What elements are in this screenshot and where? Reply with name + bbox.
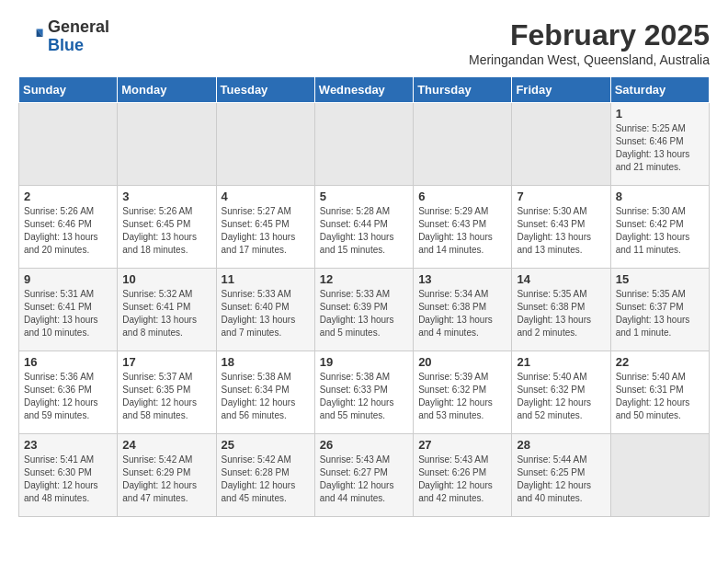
table-row (19, 103, 118, 186)
col-monday: Monday (118, 77, 216, 103)
day-number: 7 (517, 190, 605, 203)
day-number: 28 (517, 438, 605, 452)
logo: General Blue (18, 18, 109, 55)
table-row (216, 103, 314, 186)
day-info: Sunrise: 5:33 AM Sunset: 6:40 PM Dayligh… (222, 288, 310, 339)
day-number: 11 (222, 272, 310, 286)
table-row: 28Sunrise: 5:44 AM Sunset: 6:25 PM Dayli… (512, 434, 610, 517)
day-info: Sunrise: 5:29 AM Sunset: 6:43 PM Dayligh… (418, 205, 506, 257)
day-info: Sunrise: 5:28 AM Sunset: 6:44 PM Dayligh… (320, 205, 408, 257)
logo-icon (18, 24, 44, 50)
col-thursday: Thursday (414, 77, 512, 103)
day-info: Sunrise: 5:34 AM Sunset: 6:38 PM Dayligh… (418, 288, 506, 339)
calendar-header-row: Sunday Monday Tuesday Wednesday Thursday… (19, 77, 710, 103)
table-row: 10Sunrise: 5:32 AM Sunset: 6:41 PM Dayli… (118, 269, 216, 351)
table-row: 23Sunrise: 5:41 AM Sunset: 6:30 PM Dayli… (19, 434, 118, 517)
table-row: 2Sunrise: 5:26 AM Sunset: 6:46 PM Daylig… (19, 186, 118, 269)
table-row: 4Sunrise: 5:27 AM Sunset: 6:45 PM Daylig… (216, 186, 314, 269)
table-row: 6Sunrise: 5:29 AM Sunset: 6:43 PM Daylig… (414, 186, 512, 269)
day-info: Sunrise: 5:31 AM Sunset: 6:41 PM Dayligh… (24, 288, 112, 339)
calendar-table: Sunday Monday Tuesday Wednesday Thursday… (18, 76, 710, 517)
day-info: Sunrise: 5:41 AM Sunset: 6:30 PM Dayligh… (24, 454, 112, 505)
day-number: 13 (418, 272, 506, 286)
day-number: 20 (418, 355, 506, 369)
table-row: 5Sunrise: 5:28 AM Sunset: 6:44 PM Daylig… (314, 186, 413, 269)
table-row: 26Sunrise: 5:43 AM Sunset: 6:27 PM Dayli… (314, 434, 413, 517)
table-row (414, 103, 512, 186)
day-info: Sunrise: 5:43 AM Sunset: 6:27 PM Dayligh… (320, 454, 408, 505)
day-info: Sunrise: 5:33 AM Sunset: 6:39 PM Dayligh… (320, 288, 408, 339)
day-info: Sunrise: 5:42 AM Sunset: 6:29 PM Dayligh… (122, 454, 210, 505)
table-row: 12Sunrise: 5:33 AM Sunset: 6:39 PM Dayli… (314, 269, 413, 351)
day-number: 16 (24, 355, 112, 369)
table-row (314, 103, 413, 186)
day-number: 27 (418, 438, 506, 452)
day-number: 3 (122, 190, 210, 203)
table-row: 20Sunrise: 5:39 AM Sunset: 6:32 PM Dayli… (414, 351, 512, 434)
logo-general-text: General (48, 17, 109, 36)
day-number: 8 (616, 190, 704, 203)
table-row (610, 434, 709, 517)
col-saturday: Saturday (610, 77, 709, 103)
day-info: Sunrise: 5:43 AM Sunset: 6:26 PM Dayligh… (418, 454, 506, 505)
day-number: 21 (517, 355, 605, 369)
day-info: Sunrise: 5:26 AM Sunset: 6:46 PM Dayligh… (24, 205, 112, 257)
day-number: 23 (24, 438, 112, 452)
day-number: 17 (122, 355, 210, 369)
day-info: Sunrise: 5:39 AM Sunset: 6:32 PM Dayligh… (418, 371, 506, 422)
calendar-week-row: 9Sunrise: 5:31 AM Sunset: 6:41 PM Daylig… (19, 269, 710, 351)
col-sunday: Sunday (19, 77, 118, 103)
logo-blue-text: Blue (48, 36, 84, 54)
location-subtitle: Meringandan West, Queensland, Australia (469, 52, 710, 67)
table-row (118, 103, 216, 186)
col-friday: Friday (512, 77, 610, 103)
day-info: Sunrise: 5:27 AM Sunset: 6:45 PM Dayligh… (222, 205, 310, 257)
table-row: 13Sunrise: 5:34 AM Sunset: 6:38 PM Dayli… (414, 269, 512, 351)
day-info: Sunrise: 5:40 AM Sunset: 6:31 PM Dayligh… (616, 371, 704, 422)
calendar-week-row: 1Sunrise: 5:25 AM Sunset: 6:46 PM Daylig… (19, 103, 710, 186)
day-info: Sunrise: 5:40 AM Sunset: 6:32 PM Dayligh… (517, 371, 605, 422)
table-row: 18Sunrise: 5:38 AM Sunset: 6:34 PM Dayli… (216, 351, 314, 434)
day-info: Sunrise: 5:35 AM Sunset: 6:37 PM Dayligh… (616, 288, 704, 339)
page-header: General Blue February 2025 Meringandan W… (18, 18, 710, 67)
table-row: 17Sunrise: 5:37 AM Sunset: 6:35 PM Dayli… (118, 351, 216, 434)
table-row: 24Sunrise: 5:42 AM Sunset: 6:29 PM Dayli… (118, 434, 216, 517)
table-row: 27Sunrise: 5:43 AM Sunset: 6:26 PM Dayli… (414, 434, 512, 517)
day-number: 12 (320, 272, 408, 286)
calendar-week-row: 16Sunrise: 5:36 AM Sunset: 6:36 PM Dayli… (19, 351, 710, 434)
table-row: 1Sunrise: 5:25 AM Sunset: 6:46 PM Daylig… (610, 103, 709, 186)
day-info: Sunrise: 5:26 AM Sunset: 6:45 PM Dayligh… (122, 205, 210, 257)
table-row (512, 103, 610, 186)
day-info: Sunrise: 5:30 AM Sunset: 6:43 PM Dayligh… (517, 205, 605, 257)
day-number: 25 (222, 438, 310, 452)
table-row: 16Sunrise: 5:36 AM Sunset: 6:36 PM Dayli… (19, 351, 118, 434)
day-number: 5 (320, 190, 408, 203)
col-wednesday: Wednesday (314, 77, 413, 103)
day-info: Sunrise: 5:38 AM Sunset: 6:34 PM Dayligh… (222, 371, 310, 422)
title-block: February 2025 Meringandan West, Queensla… (469, 18, 710, 67)
day-info: Sunrise: 5:44 AM Sunset: 6:25 PM Dayligh… (517, 454, 605, 505)
calendar-week-row: 23Sunrise: 5:41 AM Sunset: 6:30 PM Dayli… (19, 434, 710, 517)
table-row: 14Sunrise: 5:35 AM Sunset: 6:38 PM Dayli… (512, 269, 610, 351)
day-info: Sunrise: 5:32 AM Sunset: 6:41 PM Dayligh… (122, 288, 210, 339)
day-number: 19 (320, 355, 408, 369)
day-info: Sunrise: 5:38 AM Sunset: 6:33 PM Dayligh… (320, 371, 408, 422)
table-row: 8Sunrise: 5:30 AM Sunset: 6:42 PM Daylig… (610, 186, 709, 269)
day-number: 9 (24, 272, 112, 286)
day-number: 10 (122, 272, 210, 286)
day-number: 18 (222, 355, 310, 369)
day-number: 24 (122, 438, 210, 452)
day-number: 6 (418, 190, 506, 203)
day-number: 2 (24, 190, 112, 203)
table-row: 9Sunrise: 5:31 AM Sunset: 6:41 PM Daylig… (19, 269, 118, 351)
table-row: 11Sunrise: 5:33 AM Sunset: 6:40 PM Dayli… (216, 269, 314, 351)
day-number: 22 (616, 355, 704, 369)
day-info: Sunrise: 5:36 AM Sunset: 6:36 PM Dayligh… (24, 371, 112, 422)
table-row: 19Sunrise: 5:38 AM Sunset: 6:33 PM Dayli… (314, 351, 413, 434)
day-info: Sunrise: 5:42 AM Sunset: 6:28 PM Dayligh… (222, 454, 310, 505)
table-row: 7Sunrise: 5:30 AM Sunset: 6:43 PM Daylig… (512, 186, 610, 269)
month-year-title: February 2025 (469, 18, 710, 52)
day-info: Sunrise: 5:37 AM Sunset: 6:35 PM Dayligh… (122, 371, 210, 422)
table-row: 25Sunrise: 5:42 AM Sunset: 6:28 PM Dayli… (216, 434, 314, 517)
day-number: 15 (616, 272, 704, 286)
